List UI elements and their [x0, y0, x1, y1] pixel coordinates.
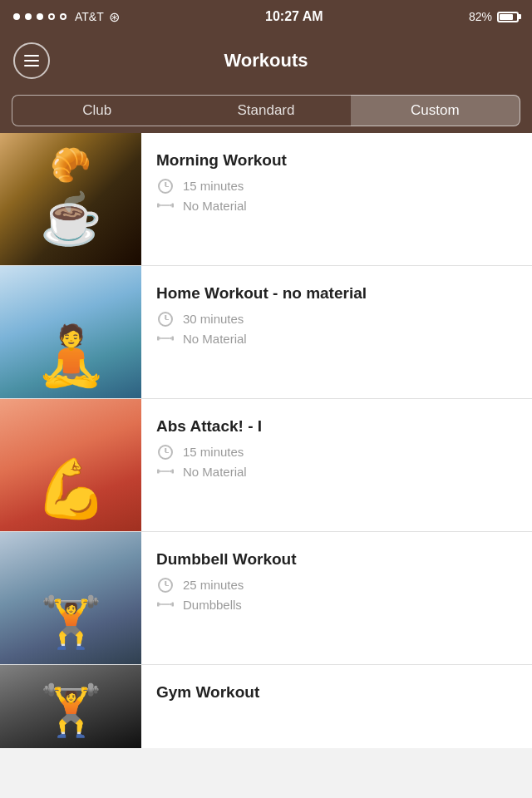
- duration-row: 30 minutes: [156, 312, 519, 327]
- battery-fill: [500, 14, 513, 20]
- workout-thumbnail-morning: [0, 133, 141, 265]
- battery-percent: 82%: [469, 10, 492, 23]
- carrier-label: AT&T: [75, 10, 104, 23]
- status-left: AT&T ⊛: [13, 9, 120, 25]
- workout-info-gym: Gym Workout: [141, 665, 532, 748]
- material-row: No Material: [156, 199, 519, 213]
- material-row: No Material: [156, 465, 519, 479]
- clock-icon: [156, 578, 175, 593]
- svg-rect-7: [160, 337, 170, 339]
- dumbbell-icon: [156, 466, 175, 477]
- svg-rect-2: [160, 204, 170, 206]
- list-item[interactable]: Dumbbell Workout 25 minutes: [0, 532, 532, 665]
- material-row: Dumbbells: [156, 598, 519, 612]
- workout-meta: 15 minutes No Material: [156, 445, 519, 479]
- status-bar: AT&T ⊛ 10:27 AM 82%: [0, 0, 532, 33]
- svg-rect-11: [160, 470, 161, 473]
- dumbbell-icon: [156, 332, 175, 344]
- tab-club[interactable]: Club: [12, 95, 181, 126]
- signal-dot-4: [48, 13, 55, 20]
- header: Workouts: [0, 33, 532, 88]
- svg-rect-3: [170, 204, 172, 207]
- workout-thumbnail-dumbbell: [0, 532, 141, 664]
- header-title: Workouts: [224, 50, 308, 71]
- dumbbell-icon: [156, 200, 175, 211]
- signal-dot-2: [25, 13, 32, 20]
- workout-name: Dumbbell Workout: [156, 550, 519, 569]
- duration-row: 25 minutes: [156, 578, 519, 593]
- clock-icon: [156, 312, 175, 327]
- clock-icon: [156, 179, 175, 194]
- duration-row: 15 minutes: [156, 179, 519, 194]
- workout-meta: 30 minutes No Material: [156, 312, 519, 346]
- svg-rect-5: [157, 337, 160, 341]
- tab-bar: Club Standard Custom: [0, 88, 532, 133]
- workout-info-home: Home Workout - no material 30 minutes: [141, 266, 532, 398]
- duration-row: 15 minutes: [156, 445, 519, 460]
- battery-icon: [497, 12, 519, 22]
- list-item[interactable]: Gym Workout: [0, 665, 532, 748]
- signal-dot-1: [13, 13, 20, 20]
- workout-thumbnail-home: [0, 266, 141, 398]
- duration-label: 25 minutes: [183, 578, 244, 592]
- material-row: No Material: [156, 332, 519, 346]
- workout-list: Morning Workout 15 minutes: [0, 133, 532, 748]
- list-item[interactable]: Morning Workout 15 minutes: [0, 133, 532, 266]
- workout-meta: 25 minutes Dumbbells: [156, 578, 519, 612]
- workout-info-morning: Morning Workout 15 minutes: [141, 133, 532, 265]
- status-time: 10:27 AM: [265, 9, 323, 24]
- dumbbell-icon: [156, 598, 175, 610]
- svg-rect-6: [160, 337, 161, 340]
- material-label: Dumbbells: [183, 598, 242, 612]
- workout-meta: 15 minutes No Material: [156, 179, 519, 213]
- status-right: 82%: [469, 10, 519, 23]
- material-label: No Material: [183, 465, 247, 479]
- svg-rect-1: [160, 204, 161, 207]
- tab-custom[interactable]: Custom: [351, 95, 520, 126]
- hamburger-icon: [24, 55, 39, 66]
- list-item[interactable]: Abs Attack! - I 15 minutes: [0, 399, 532, 532]
- wifi-icon: ⊛: [109, 9, 120, 25]
- workout-name: Home Workout - no material: [156, 284, 519, 303]
- svg-rect-18: [170, 603, 172, 606]
- svg-rect-17: [160, 603, 170, 605]
- workout-thumbnail-gym: [0, 665, 141, 748]
- material-label: No Material: [183, 199, 247, 213]
- material-label: No Material: [183, 332, 247, 346]
- svg-rect-8: [170, 337, 172, 340]
- signal-dot-5: [60, 13, 66, 20]
- svg-rect-15: [157, 603, 160, 607]
- list-item[interactable]: Home Workout - no material 30 minutes: [0, 266, 532, 399]
- duration-label: 15 minutes: [183, 179, 244, 193]
- svg-rect-16: [160, 603, 161, 606]
- svg-rect-14: [172, 470, 175, 474]
- svg-rect-4: [172, 204, 175, 208]
- clock-icon: [156, 445, 175, 460]
- workout-info-abs: Abs Attack! - I 15 minutes: [141, 399, 532, 531]
- svg-rect-12: [160, 470, 170, 472]
- duration-label: 30 minutes: [183, 312, 244, 326]
- signal-dot-3: [37, 13, 43, 20]
- svg-rect-0: [157, 204, 160, 208]
- workout-name: Abs Attack! - I: [156, 417, 519, 436]
- menu-button[interactable]: [13, 42, 50, 79]
- svg-rect-10: [157, 470, 160, 474]
- tab-standard[interactable]: Standard: [181, 95, 350, 126]
- svg-rect-13: [170, 470, 172, 473]
- workout-thumbnail-abs: [0, 399, 141, 531]
- workout-info-dumbbell: Dumbbell Workout 25 minutes: [141, 532, 532, 664]
- workout-name: Morning Workout: [156, 151, 519, 170]
- svg-rect-9: [172, 337, 175, 341]
- svg-rect-19: [172, 603, 175, 607]
- workout-name: Gym Workout: [156, 683, 519, 702]
- duration-label: 15 minutes: [183, 445, 244, 459]
